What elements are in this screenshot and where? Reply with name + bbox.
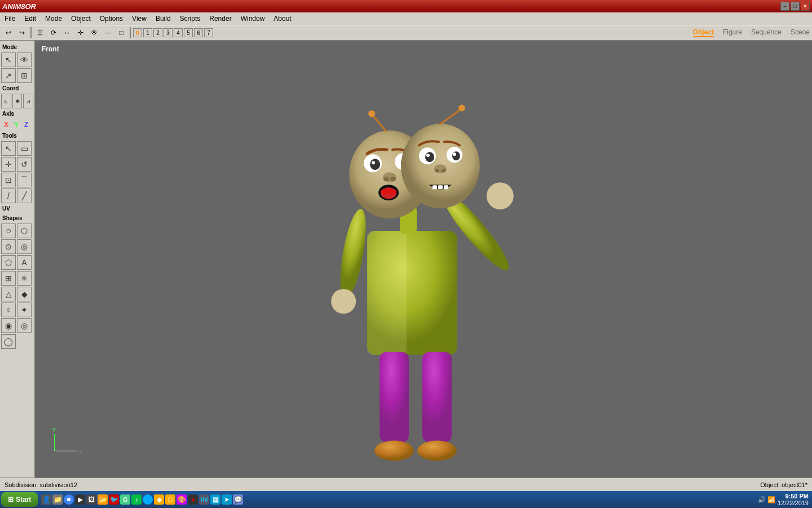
undo-button[interactable]: ↩ bbox=[2, 27, 15, 39]
svg-rect-6 bbox=[379, 352, 409, 443]
tab-figure[interactable]: Figure bbox=[723, 28, 742, 37]
start-button[interactable]: ⊞ Start bbox=[1, 492, 38, 507]
axis-y[interactable]: Y bbox=[12, 120, 20, 129]
menu-item-view[interactable]: View bbox=[127, 12, 151, 25]
grid-mode-btn[interactable]: ⊞ bbox=[17, 68, 32, 83]
spline-btn[interactable]: ♀ bbox=[1, 303, 16, 317]
tab-object[interactable]: Object bbox=[693, 28, 714, 37]
taskbar-folder-icon[interactable]: 📁 bbox=[52, 494, 63, 505]
menu-item-object[interactable]: Object bbox=[67, 12, 95, 25]
donut-btn[interactable]: ◯ bbox=[1, 334, 16, 349]
coord-btn-1[interactable]: ⊾ bbox=[1, 94, 11, 108]
taskbar-bird-icon[interactable]: 🐦 bbox=[109, 494, 119, 505]
menu-item-edit[interactable]: Edit bbox=[20, 12, 41, 25]
sphere-btn[interactable]: ○ bbox=[1, 224, 16, 238]
undo-tool-btn[interactable]: ↺ bbox=[17, 157, 32, 172]
system-icons: 🔊 📶 bbox=[758, 496, 775, 503]
rotate-button[interactable]: ⟳ bbox=[47, 27, 60, 39]
menu-item-build[interactable]: Build bbox=[151, 12, 175, 25]
coord-btn-3[interactable]: ⊿ bbox=[23, 94, 33, 108]
scale-button[interactable]: ↔ bbox=[61, 27, 73, 39]
svg-rect-37 bbox=[438, 185, 443, 189]
lasso-tool-btn[interactable]: ⌒ bbox=[17, 173, 32, 187]
svg-point-20 bbox=[390, 177, 396, 181]
menu-item-window[interactable]: Window bbox=[236, 12, 270, 25]
shapes-label: Shapes bbox=[1, 214, 33, 222]
taskbar-fl-icon[interactable]: ♪ bbox=[131, 494, 142, 505]
taskbar-pic-icon[interactable]: 🖼 bbox=[86, 494, 96, 505]
taskbar-media-icon[interactable]: ▶ bbox=[75, 494, 85, 505]
cone-btn[interactable]: △ bbox=[1, 287, 16, 301]
spring-btn[interactable]: ◉ bbox=[1, 318, 16, 333]
tab-sequence[interactable]: Sequence bbox=[751, 28, 782, 37]
gem-btn[interactable]: ◆ bbox=[17, 287, 32, 301]
svg-rect-1 bbox=[367, 231, 407, 355]
axis-z[interactable]: Z bbox=[23, 120, 30, 129]
pen-tool-btn[interactable]: / bbox=[1, 189, 16, 203]
menu-item-file[interactable]: File bbox=[0, 12, 20, 25]
number-row: 0 1 2 3 4 5 6 7 bbox=[133, 28, 213, 37]
coord-btn-2[interactable]: ✱ bbox=[12, 94, 23, 108]
maximize-button[interactable]: □ bbox=[791, 2, 800, 11]
viewport[interactable]: Front bbox=[35, 41, 812, 478]
num-6[interactable]: 6 bbox=[194, 28, 203, 37]
menu-item-mode[interactable]: Mode bbox=[41, 12, 67, 25]
select-button[interactable]: ⊡ bbox=[34, 27, 46, 39]
menu-item-scripts[interactable]: Scripts bbox=[175, 12, 205, 25]
eye-mode-btn[interactable]: 👁 bbox=[17, 52, 32, 67]
redo-button[interactable]: ↪ bbox=[16, 27, 28, 39]
menu-item-about[interactable]: About bbox=[269, 12, 295, 25]
wave-btn[interactable]: ◎ bbox=[17, 318, 32, 333]
torus-btn[interactable]: ◎ bbox=[17, 239, 32, 254]
star-btn[interactable]: ✳ bbox=[17, 271, 32, 286]
grid-btn[interactable]: ⊞ bbox=[1, 271, 16, 286]
camera-tool-btn[interactable]: ⊡ bbox=[1, 173, 16, 187]
taskbar-hex-icon[interactable]: ⬡ bbox=[165, 494, 175, 505]
minimize-button[interactable]: – bbox=[780, 2, 789, 11]
taskbar-rec-icon[interactable]: ● bbox=[188, 494, 198, 505]
clock-time: 9:50 PM bbox=[778, 493, 809, 500]
move-button[interactable]: ✛ bbox=[74, 27, 87, 39]
num-3[interactable]: 3 bbox=[164, 28, 173, 37]
taskbar-paint-icon[interactable]: 🎨 bbox=[176, 494, 187, 505]
svg-line-24 bbox=[373, 115, 387, 132]
svg-point-35 bbox=[442, 169, 446, 172]
axis-mode-btn[interactable]: ↗ bbox=[1, 68, 16, 83]
polygon-btn[interactable]: ⬠ bbox=[1, 255, 16, 270]
particle-btn[interactable]: ✦ bbox=[17, 303, 32, 317]
cube-btn[interactable]: ⬡ bbox=[17, 224, 32, 238]
svg-point-3 bbox=[331, 289, 356, 314]
taskbar-au-icon[interactable]: ◆ bbox=[154, 494, 164, 505]
text-btn[interactable]: A bbox=[17, 255, 32, 270]
svg-point-34 bbox=[435, 169, 439, 172]
select-tool-btn[interactable]: ↖ bbox=[1, 141, 16, 156]
taskbar-chrome-icon[interactable] bbox=[64, 494, 74, 505]
axis-x[interactable]: X bbox=[2, 120, 10, 129]
tab-scene[interactable]: Scene bbox=[791, 28, 810, 37]
menu-item-render[interactable]: Render bbox=[205, 12, 236, 25]
taskbar-globe-icon[interactable]: 🌐 bbox=[143, 494, 153, 505]
num-1[interactable]: 1 bbox=[143, 28, 152, 37]
taskbar-file-icon[interactable]: 📂 bbox=[98, 494, 108, 505]
num-5[interactable]: 5 bbox=[184, 28, 193, 37]
cylinder-btn[interactable]: ⊙ bbox=[1, 239, 16, 254]
box-button[interactable]: □ bbox=[115, 27, 127, 39]
view-button[interactable]: 👁 bbox=[88, 27, 100, 39]
rect-tool-btn[interactable]: ▭ bbox=[17, 141, 32, 156]
taskbar-user-icon[interactable]: 👤 bbox=[41, 494, 51, 505]
taskbar-hv-icon[interactable]: HV bbox=[199, 494, 209, 505]
line-tool-btn[interactable]: ╱ bbox=[17, 189, 32, 203]
num-0[interactable]: 0 bbox=[133, 28, 142, 37]
line-button[interactable]: — bbox=[102, 27, 114, 39]
taskbar-discord-icon[interactable]: 💬 bbox=[233, 494, 243, 505]
move-tool-btn[interactable]: ✛ bbox=[1, 157, 16, 172]
num-4[interactable]: 4 bbox=[174, 28, 183, 37]
taskbar-arr-icon[interactable]: ➤ bbox=[222, 494, 232, 505]
taskbar-win2-icon[interactable]: ▦ bbox=[210, 494, 220, 505]
taskbar-g-icon[interactable]: G bbox=[120, 494, 130, 505]
num-7[interactable]: 7 bbox=[204, 28, 213, 37]
num-2[interactable]: 2 bbox=[153, 28, 162, 37]
close-button[interactable]: ✕ bbox=[801, 2, 810, 11]
menu-item-options[interactable]: Options bbox=[95, 12, 127, 25]
select-mode-btn[interactable]: ↖ bbox=[1, 52, 16, 67]
